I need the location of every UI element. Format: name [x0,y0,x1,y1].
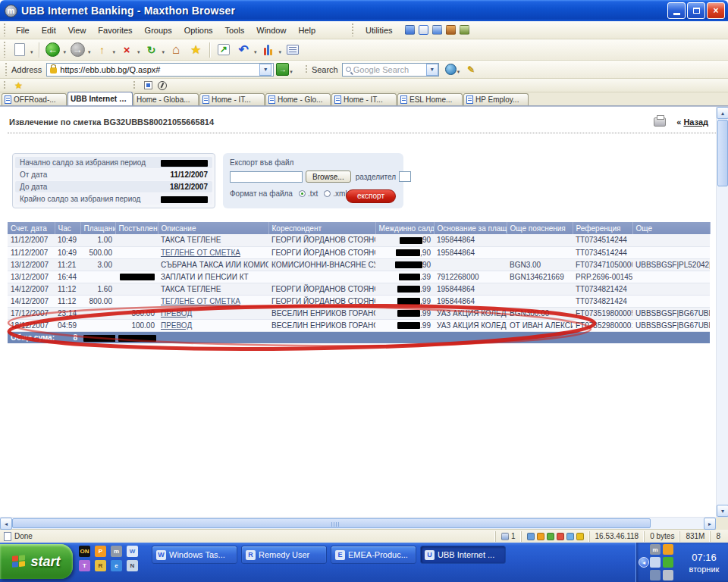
horizontal-scrollbar[interactable]: ◂ ▸ [0,517,728,529]
browser-tab[interactable]: UBB Internet B... [67,92,133,105]
chevron-down-icon[interactable]: ▾ [137,49,140,55]
menu-item-groups[interactable]: Groups [139,23,178,37]
tray-display-icon[interactable] [650,557,661,568]
highlighter-icon[interactable]: ✎ [467,64,475,75]
back-link[interactable]: « Назад [676,117,708,127]
scroll-left-icon[interactable]: ◂ [0,518,12,530]
filter-button[interactable] [259,41,278,59]
radio-xml[interactable] [324,190,331,197]
chevron-down-icon[interactable]: ▾ [88,49,91,55]
horizontal-scroll-track[interactable] [651,518,704,529]
taskbar-button[interactable]: UUBB Internet ... [420,546,506,564]
address-field[interactable]: ▾ [46,63,274,77]
start-button[interactable]: start [0,544,73,579]
go-button[interactable]: → [276,63,289,76]
tray-agent-icon[interactable] [663,557,673,568]
plugin-flash-icon[interactable] [158,81,167,90]
address-input[interactable] [60,65,259,74]
toolbar-grip[interactable] [133,81,136,89]
chevron-down-icon[interactable]: ▾ [113,49,116,55]
quick-launch-window-icon[interactable]: W [127,546,138,557]
address-dropdown-icon[interactable]: ▾ [259,64,271,76]
export-file-input[interactable] [230,171,303,183]
refresh-button[interactable]: ↻ [143,41,161,59]
chevron-down-icon[interactable]: ▾ [30,49,33,55]
new-page-button[interactable] [11,41,29,59]
sidebar-list-button[interactable] [284,41,302,59]
export-button[interactable]: експорт [346,189,396,203]
tray-usb-icon[interactable] [663,570,673,580]
scroll-up-icon[interactable]: ▴ [717,107,728,119]
menu-item-help[interactable]: Help [292,23,322,37]
browser-tab[interactable]: Home - Globa... [133,93,199,105]
transaction-link[interactable]: ПРЕВОД [161,309,192,318]
up-button[interactable]: ↑ [93,41,111,59]
fullscreen-button[interactable]: ↗ [215,41,233,59]
taskbar-button[interactable]: RRemedy User [241,546,327,564]
stop-button[interactable]: × [118,41,136,59]
browser-tab[interactable]: Home - Glo... [265,93,331,105]
search-dropdown-icon[interactable]: ▾ [426,64,438,76]
browser-tab[interactable]: HP Employ... [463,93,529,105]
browser-tab[interactable]: Home - IT... [331,93,397,105]
vertical-scrollbar[interactable]: ▴ ▾ [716,107,728,517]
home-button[interactable]: ⌂ [167,41,185,59]
menu-item-tools[interactable]: Tools [219,23,251,37]
quick-launch-run-icon[interactable]: R [95,560,106,571]
hide-tray-icon[interactable]: ◂ [639,557,649,568]
quick-launch-notes-icon[interactable]: N [127,560,138,571]
toolbar-grip[interactable] [4,42,7,58]
transaction-link[interactable]: ТЕГЛЕНЕ ОТ СМЕТКА [161,249,240,257]
taskbar-button[interactable]: WWindows Tas... [152,546,237,564]
quick-launch-maxthon-icon[interactable]: m [111,546,122,557]
tray-user-icon[interactable] [663,544,673,555]
close-button[interactable]: × [707,2,725,19]
scroll-down-icon[interactable]: ▾ [717,505,728,517]
quick-launch-tool-icon[interactable]: T [79,560,90,571]
horizontal-scroll-thumb[interactable] [12,518,651,528]
menu-item-utilities[interactable]: Utilities [359,23,398,37]
transaction-link[interactable]: ПРЕВОД [161,321,192,330]
chevron-down-icon[interactable]: ▾ [254,49,257,55]
chevron-down-icon[interactable]: ▾ [457,69,460,75]
favorites-star-icon[interactable]: ★ [14,80,23,91]
tray-network-icon[interactable] [650,570,661,580]
separator-input[interactable] [399,171,411,182]
menu-item-window[interactable]: Window [250,23,292,37]
restore-button[interactable] [687,2,705,19]
chevron-down-icon[interactable]: ▾ [290,69,293,75]
scroll-right-icon[interactable]: ▸ [704,518,716,530]
browser-tab[interactable]: OFFRoad-... [2,93,67,105]
browser-tab[interactable]: Home - IT... [199,93,265,105]
back-button[interactable]: ← [44,41,62,59]
toolbar-grip[interactable] [352,23,355,36]
transaction-link[interactable]: ТЕГЛЕНЕ ОТ СМЕТКА [161,297,240,305]
globe-icon[interactable] [445,64,457,75]
forward-button[interactable]: → [68,41,86,59]
browser-tab[interactable]: ESL Home... [397,93,463,105]
vertical-scroll-thumb[interactable] [717,120,728,186]
utility-gear-icon[interactable] [460,25,469,35]
utility-window-icon[interactable] [419,25,428,35]
utility-glass-icon[interactable] [405,25,415,35]
menu-item-file[interactable]: File [10,23,36,37]
utility-wand-icon[interactable] [446,25,456,35]
toolbar-grip[interactable] [306,65,309,74]
menu-item-options[interactable]: Options [178,23,219,37]
tray-maxthon-icon[interactable]: m [650,544,661,555]
chevron-down-icon[interactable]: ▾ [279,49,282,55]
menu-item-favorites[interactable]: Favorites [92,23,138,37]
radio-txt[interactable] [299,190,306,197]
chevron-down-icon[interactable]: ▾ [162,49,165,55]
quick-launch-console-icon[interactable]: ON [79,546,90,557]
taskbar-button[interactable]: EEMEA-Produc... [331,546,416,564]
toolbar-grip[interactable] [4,81,7,89]
search-input[interactable] [353,65,425,74]
browse-button[interactable]: Browse... [306,171,351,183]
quick-launch-paint-icon[interactable]: P [95,546,106,557]
utility-document-icon[interactable] [432,25,442,35]
minimize-button[interactable] [667,2,686,19]
menu-item-view[interactable]: View [62,23,93,37]
toolbar-grip[interactable] [4,23,7,36]
favorites-button[interactable]: ★ [187,41,205,59]
